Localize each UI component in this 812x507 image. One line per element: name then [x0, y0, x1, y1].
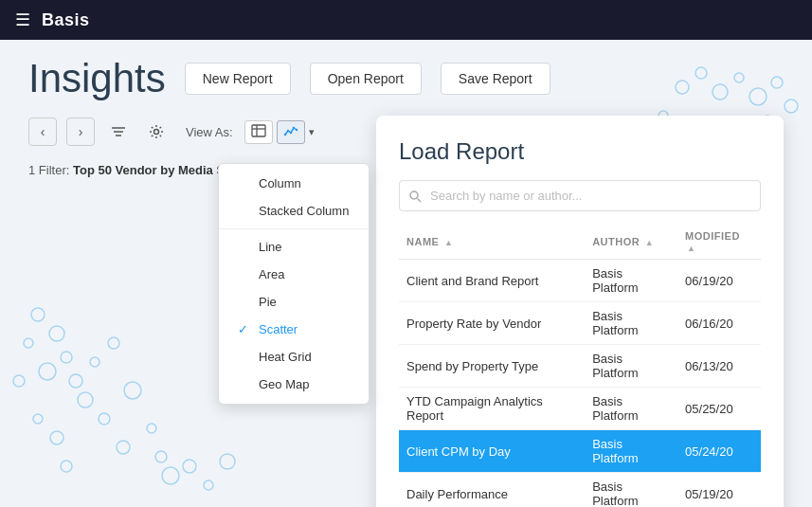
svg-point-54	[292, 126, 294, 128]
dropdown-item-area[interactable]: Area	[219, 261, 369, 288]
load-report-panel: Load Report NAME ▲ AUTHOR ▲	[376, 116, 784, 507]
svg-point-17	[24, 338, 33, 348]
cell-modified: 06/16/20	[677, 302, 761, 345]
svg-point-53	[289, 131, 291, 133]
gear-icon	[149, 124, 164, 139]
sort-modified-icon: ▲	[687, 244, 695, 253]
cell-name: Client and Brand Report	[399, 260, 585, 302]
svg-point-25	[33, 414, 43, 424]
table-row[interactable]: Client CPM by DayBasis Platform05/24/20	[399, 430, 761, 473]
report-table-body: Client and Brand ReportBasis Platform06/…	[399, 260, 761, 508]
dropdown-item-stacked-column[interactable]: Stacked Column	[219, 197, 369, 225]
open-report-button[interactable]: Open Report	[310, 63, 422, 95]
cell-author: Basis Platform	[585, 430, 677, 473]
svg-point-33	[204, 480, 213, 490]
cell-author: Basis Platform	[585, 388, 677, 430]
search-wrap	[399, 180, 761, 211]
svg-point-22	[90, 357, 99, 367]
svg-point-35	[155, 451, 167, 462]
svg-point-51	[283, 133, 285, 135]
svg-point-24	[78, 392, 93, 407]
cell-author: Basis Platform	[585, 345, 677, 388]
col-modified[interactable]: MODIFIED ▲	[677, 226, 761, 260]
search-icon	[408, 190, 422, 203]
table-row[interactable]: YTD Campaign Analytics ReportBasis Platf…	[399, 388, 761, 430]
svg-point-29	[147, 424, 156, 433]
dropdown-item-pie[interactable]: Pie	[219, 288, 369, 316]
svg-point-20	[13, 375, 25, 387]
check-none5	[238, 295, 251, 309]
table-row[interactable]: Property Rate by VendorBasis Platform06/…	[399, 302, 761, 345]
filter-button[interactable]	[104, 118, 133, 146]
dropdown-item-heat-grid[interactable]: Heat Grid	[219, 343, 369, 371]
check-none3	[238, 240, 251, 254]
new-report-button[interactable]: New Report	[185, 63, 291, 95]
svg-point-26	[50, 431, 63, 444]
table-row[interactable]: Daily PerformanceBasis Platform05/19/20	[399, 473, 761, 508]
svg-point-23	[108, 337, 119, 349]
svg-point-30	[117, 441, 130, 454]
check-none	[238, 176, 251, 190]
check-none7	[238, 377, 251, 391]
check-none4	[238, 267, 251, 281]
cell-author: Basis Platform	[585, 473, 677, 508]
filter-icon	[111, 124, 126, 139]
svg-point-55	[295, 128, 297, 130]
load-report-title: Load Report	[399, 138, 761, 165]
cell-author: Basis Platform	[585, 260, 677, 302]
svg-point-56	[410, 191, 418, 199]
page-title: Insights	[28, 59, 166, 99]
hamburger-icon[interactable]: ☰	[15, 9, 30, 30]
chart-icon	[283, 124, 298, 137]
save-report-button[interactable]: Save Report	[441, 63, 550, 95]
svg-point-27	[99, 413, 110, 425]
table-view-button[interactable]	[244, 120, 273, 144]
dropdown-item-column[interactable]: Column	[219, 170, 369, 197]
cell-modified: 05/19/20	[677, 473, 761, 508]
svg-point-21	[69, 374, 82, 388]
svg-point-31	[61, 461, 72, 472]
svg-point-6	[785, 100, 798, 113]
svg-point-36	[162, 467, 179, 484]
cell-name: Spend by Property Type	[399, 345, 585, 388]
cell-name: Daily Performance	[399, 473, 585, 508]
cell-modified: 05/24/20	[677, 430, 761, 473]
dropdown-item-geo-map[interactable]: Geo Map	[219, 371, 369, 398]
col-name[interactable]: NAME ▲	[399, 226, 585, 260]
svg-point-52	[286, 129, 288, 131]
top-navbar: ☰ Basis	[0, 0, 812, 40]
svg-point-15	[31, 308, 45, 321]
next-button[interactable]: ›	[66, 118, 95, 146]
view-dropdown-arrow[interactable]: ▾	[309, 126, 315, 138]
cell-modified: 06/13/20	[677, 345, 761, 388]
filter-label: 1 Filter:	[28, 163, 69, 177]
cell-name: Client CPM by Day	[399, 430, 585, 473]
cell-name: Property Rate by Vendor	[399, 302, 585, 345]
svg-point-34	[220, 454, 235, 469]
dropdown-item-scatter[interactable]: ✓ Scatter	[219, 316, 369, 343]
check-none6	[238, 350, 251, 364]
table-icon	[251, 124, 266, 137]
col-author[interactable]: AUTHOR ▲	[585, 226, 677, 260]
svg-point-16	[49, 326, 64, 341]
settings-button[interactable]	[142, 118, 171, 146]
search-input[interactable]	[399, 180, 761, 211]
sort-name-icon: ▲	[444, 238, 453, 247]
svg-point-47	[154, 130, 159, 135]
table-row[interactable]: Client and Brand ReportBasis Platform06/…	[399, 260, 761, 302]
cell-name: YTD Campaign Analytics Report	[399, 388, 585, 430]
main-area: Insights New Report Open Report Save Rep…	[0, 40, 812, 507]
page-header: Insights New Report Open Report Save Rep…	[28, 59, 784, 99]
view-as-controls: ▾	[244, 120, 315, 144]
chart-view-button[interactable]	[277, 120, 305, 144]
prev-button[interactable]: ‹	[28, 118, 57, 146]
check-scatter: ✓	[238, 322, 251, 336]
chart-type-dropdown: Column Stacked Column Line Area Pie ✓ Sc…	[218, 163, 370, 405]
cell-modified: 06/19/20	[677, 260, 761, 302]
dropdown-item-line[interactable]: Line	[219, 233, 369, 261]
check-none2	[238, 204, 251, 218]
svg-point-18	[61, 352, 72, 363]
svg-rect-48	[252, 125, 265, 136]
table-row[interactable]: Spend by Property TypeBasis Platform06/1…	[399, 345, 761, 388]
nav-logo: Basis	[42, 10, 90, 30]
